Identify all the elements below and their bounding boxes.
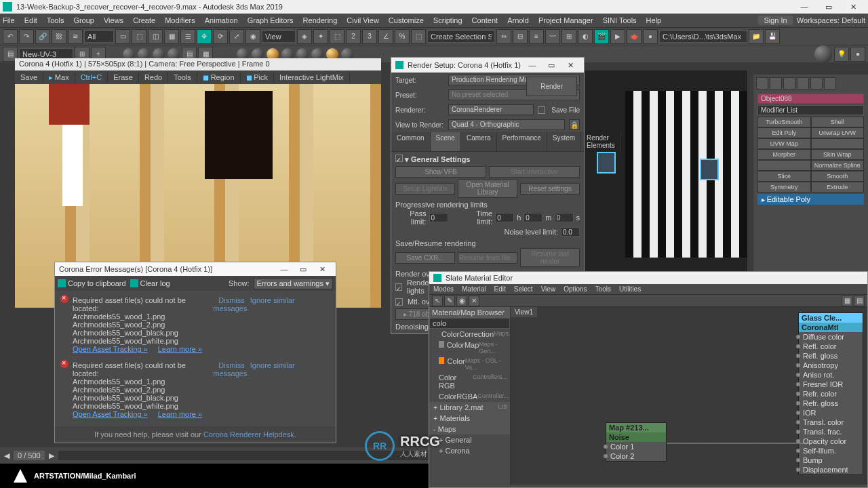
node-slot[interactable]: Refr. gloss [799, 399, 863, 408]
timeline-next-icon[interactable]: ▶ [49, 451, 54, 460]
passlimit-spinner[interactable] [429, 213, 448, 222]
select-by-name-icon[interactable]: ☰ [180, 29, 195, 44]
angle-snap-icon[interactable]: ∠ [378, 29, 393, 44]
keyboard-shortcut-icon[interactable]: ⬚ [330, 29, 344, 44]
node-slot[interactable]: Opacity color [799, 436, 863, 446]
tab-performance[interactable]: Performance [497, 132, 547, 151]
display-tab-icon[interactable] [810, 77, 823, 89]
unlink-button[interactable]: ⛓ [52, 29, 66, 44]
save-cxr-button[interactable]: Save CXR... [395, 252, 455, 264]
node-slot[interactable]: Refl. color [799, 342, 863, 351]
folder-icon[interactable]: 📁 [749, 29, 764, 44]
learn-more-link[interactable]: Learn more » [158, 345, 202, 353]
slate-layout-icon[interactable]: ▦ [842, 296, 852, 306]
selection-filter[interactable] [84, 30, 114, 43]
selection-set-input[interactable] [427, 30, 495, 43]
mod-turbosmooth[interactable]: TurboSmooth [757, 117, 811, 127]
slate-layout2-icon[interactable]: ▤ [854, 296, 865, 306]
node-slot[interactable]: Anisotropy [799, 361, 863, 370]
dismiss-link[interactable]: Dismiss [218, 361, 245, 369]
object-name-field[interactable]: Object088 [757, 94, 864, 104]
vfb-redo[interactable]: Redo [139, 72, 168, 83]
modify-tab-icon[interactable] [770, 77, 782, 89]
motion-tab-icon[interactable] [797, 77, 809, 89]
link-button[interactable]: 🔗 [35, 29, 50, 44]
vfb-region[interactable]: ◼ Region [197, 72, 241, 83]
open-matlib-button[interactable]: Open Material Library [458, 179, 517, 198]
menu-rendering[interactable]: Rendering [303, 16, 338, 24]
node-slot[interactable]: Refr. color [799, 389, 863, 399]
mod-skinwrap[interactable]: Skin Wrap [811, 149, 865, 160]
render-prod-icon[interactable]: ● [643, 29, 658, 44]
node-slot[interactable]: IOR [799, 408, 863, 418]
clear-log-button[interactable]: Clear log [130, 279, 170, 287]
tab-system[interactable]: System [547, 132, 581, 151]
mat-slot-icon[interactable] [814, 45, 832, 63]
move-button[interactable]: ✥ [197, 29, 212, 44]
menu-edit[interactable]: Edit [24, 16, 37, 24]
refcoord-dropdown[interactable] [262, 30, 296, 43]
view-dropdown[interactable]: Quad 4 - Orthographic [448, 119, 565, 130]
mod-extrude[interactable]: Extrude [811, 182, 865, 192]
menu-group[interactable]: Group [73, 16, 94, 24]
menu-tools[interactable]: Tools [47, 16, 64, 24]
timeline-prev-icon[interactable]: ◀ [4, 451, 9, 460]
error-min-button[interactable]: — [275, 265, 294, 273]
menu-modifiers[interactable]: Modifiers [165, 16, 195, 24]
align-button[interactable]: ⊟ [513, 29, 528, 44]
resume-last-button[interactable]: Resume last render [520, 248, 580, 267]
menu-civilview[interactable]: Civil View [347, 16, 378, 24]
node-slot-color1[interactable]: Color 1 [606, 442, 666, 451]
material-editor-button[interactable]: ◐ [578, 29, 593, 44]
project-path-input[interactable] [659, 30, 747, 43]
menu-arnold[interactable]: Arnold [507, 16, 529, 24]
node-slot[interactable]: Fresnel IOR [799, 380, 863, 389]
rotate-button[interactable]: ⟳ [213, 29, 228, 44]
error-close-button[interactable]: ✕ [313, 265, 332, 274]
node-slot[interactable]: Bump [799, 455, 863, 465]
modifier-list-dropdown[interactable]: Modifier List [757, 105, 864, 115]
mod-shell[interactable]: Shell [811, 117, 865, 127]
undo-button[interactable]: ↶ [3, 29, 18, 44]
vfb-ctrlc[interactable]: Ctrl+C [75, 72, 108, 83]
workspaces-dropdown[interactable]: Workspaces: Default [797, 16, 865, 24]
menu-create[interactable]: Create [133, 16, 155, 24]
redo-button[interactable]: ↷ [19, 29, 34, 44]
mat-item-colormap[interactable]: ColorMapMaps - Gen... [429, 340, 510, 356]
select-rect-icon[interactable]: ⬚ [132, 29, 146, 44]
setup-lightmix-button[interactable]: Setup LightMix [395, 183, 455, 195]
close-button[interactable]: ✕ [841, 0, 865, 14]
bulb-icon[interactable]: ● [850, 47, 865, 62]
vfb-max[interactable]: ▸ Max [43, 72, 75, 83]
time-h-spinner[interactable] [495, 213, 514, 222]
viewport-right[interactable] [585, 70, 747, 271]
vfb-save[interactable]: Save [15, 72, 43, 83]
hierarchy-tab-icon[interactable] [783, 77, 795, 89]
slate-menu-options[interactable]: Options [564, 285, 587, 293]
spinner-snap-icon[interactable]: ⬚ [411, 29, 426, 44]
select-window-icon[interactable]: ◫ [148, 29, 163, 44]
slate-menu-utilities[interactable]: Utilities [619, 285, 641, 293]
time-s-spinner[interactable] [555, 213, 574, 222]
reset-settings-button[interactable]: Reset settings [520, 183, 580, 195]
utilities-tab-icon[interactable] [824, 77, 836, 89]
node-slot[interactable]: Self-Illum. [799, 446, 863, 455]
slate-menu-view[interactable]: View [541, 285, 556, 293]
snap-2d-icon[interactable]: 2 [346, 29, 361, 44]
placement-button[interactable]: ◉ [245, 29, 260, 44]
mod-blank2[interactable] [757, 160, 811, 171]
minimize-button[interactable]: — [792, 0, 816, 14]
mat-group-library[interactable]: + Library 2.matLIB [429, 402, 510, 413]
bind-button[interactable]: ≋ [68, 29, 83, 44]
material-search-input[interactable] [429, 318, 510, 329]
teapot-render-icon[interactable]: 🫖 [627, 29, 642, 44]
render-button[interactable]: Render [526, 77, 577, 96]
node-slot[interactable]: Refl. gloss [799, 351, 863, 361]
resume-file-button[interactable]: Resume from file... [458, 252, 517, 264]
mod-normspline[interactable]: Normalize Spline [811, 160, 865, 171]
menu-scripting[interactable]: Scripting [433, 16, 462, 24]
menu-help[interactable]: Help [646, 16, 662, 24]
asset-tracking-link[interactable]: Open Asset Tracking » [73, 410, 148, 418]
layer-button[interactable]: ≡ [529, 29, 544, 44]
mat-item-colorrgb[interactable]: Color RGBControllers... [429, 372, 510, 391]
